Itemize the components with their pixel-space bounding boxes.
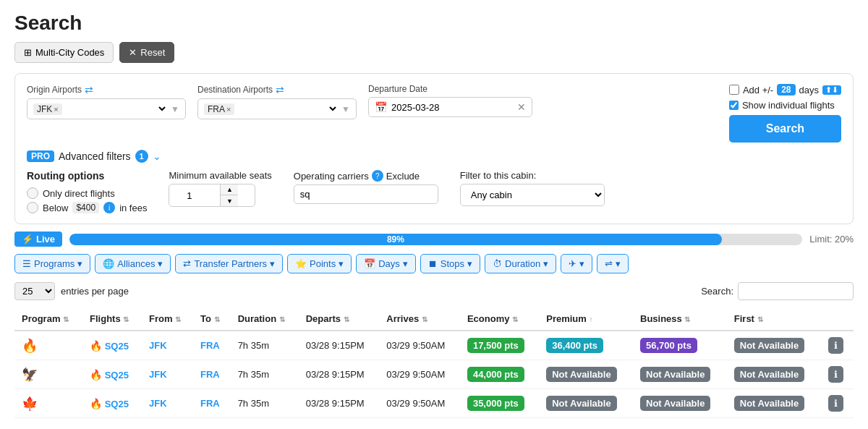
programs-label: Programs (34, 258, 75, 269)
info-button[interactable]: ℹ (828, 337, 843, 354)
flights-filter-button[interactable]: ✈ ▾ (561, 254, 592, 273)
cell-departs: 03/28 9:15PM (299, 389, 380, 418)
stepper-down-button[interactable]: ▼ (221, 195, 238, 206)
per-page-select[interactable]: 25 50 100 (14, 282, 55, 300)
cell-economy[interactable]: 35,000 pts (460, 389, 539, 418)
cell-economy[interactable]: 44,000 pts (460, 360, 539, 389)
show-individual-checkbox[interactable] (729, 101, 739, 110)
grid-icon: ⊞ (24, 47, 32, 58)
origin-label: Origin Airports ⇄ (27, 84, 186, 95)
add-days-checkbox[interactable] (729, 85, 739, 95)
table-search-group: Search: (701, 282, 854, 300)
op-carriers-label: Operating carriers ? Exclude (294, 170, 438, 182)
transfer-chevron-icon: ▾ (270, 258, 275, 269)
origin-input[interactable]: JFK × ▼ (27, 98, 186, 119)
transfer-partners-filter-button[interactable]: ⇄ Transfer Partners ▾ (175, 254, 283, 273)
arrows-icon: ⇌ (605, 258, 613, 269)
col-from[interactable]: From ⇅ (142, 307, 193, 331)
cell-business[interactable]: 56,700 pts (633, 331, 727, 360)
cell-premium[interactable]: 36,400 pts (539, 331, 633, 360)
below-fee-radio[interactable] (27, 202, 38, 213)
departure-date-input[interactable]: 📅 ✕ (368, 97, 532, 117)
op-carriers-help-icon[interactable]: ? (372, 170, 383, 182)
op-carriers-input[interactable] (294, 184, 438, 204)
alliances-filter-button[interactable]: 🌐 Alliances ▾ (95, 254, 171, 273)
destination-label: Destination Airports ⇄ (197, 84, 357, 95)
col-premium[interactable]: Premium ↑ (539, 307, 633, 331)
fee-info-icon[interactable]: i (103, 202, 115, 213)
col-flights[interactable]: Flights ⇅ (82, 307, 142, 331)
origin-chevron-icon: ▼ (171, 104, 179, 114)
date-clear-icon[interactable]: ✕ (517, 101, 526, 113)
date-text-input[interactable] (391, 102, 513, 113)
destination-select[interactable] (237, 103, 339, 115)
origin-tag-remove[interactable]: × (54, 105, 58, 114)
stops-filter-button[interactable]: ⏹ Stops ▾ (420, 254, 480, 273)
add-days-value: 28 (777, 84, 795, 95)
col-program[interactable]: Program ⇅ (14, 307, 82, 331)
advanced-filters-chevron-icon[interactable]: ⌄ (153, 150, 161, 162)
advanced-filters-toggle: PRO Advanced filters 1 ⌄ (27, 150, 841, 163)
swap-origin-icon[interactable]: ⇄ (85, 84, 93, 95)
cell-program-icon: 🍁 (14, 389, 82, 418)
cell-first[interactable]: Not Available (727, 360, 821, 389)
cell-info[interactable]: ℹ (821, 389, 854, 418)
filter-buttons-row: ☰ Programs ▾ 🌐 Alliances ▾ ⇄ Transfer Pa… (14, 254, 854, 273)
fee-suffix: in fees (119, 203, 147, 213)
programs-icon: ☰ (22, 258, 31, 269)
toolbar: ⊞ Multi-City Codes ✕ Reset (14, 42, 854, 63)
transfer-icon: ⇄ (183, 258, 191, 269)
col-first[interactable]: First ⇅ (727, 307, 821, 331)
cell-business[interactable]: Not Available (633, 389, 727, 418)
lightning-icon: ⚡ (22, 234, 33, 245)
cell-from: JFK (142, 360, 193, 389)
stops-label: Stops (441, 258, 464, 269)
days-label: days (799, 85, 819, 95)
info-button[interactable]: ℹ (828, 395, 843, 412)
col-arrives[interactable]: Arrives ⇅ (379, 307, 460, 331)
multi-city-button[interactable]: ⊞ Multi-City Codes (14, 42, 114, 63)
cell-arrives: 03/29 9:50AM (379, 360, 460, 389)
transfer-partners-label: Transfer Partners (194, 258, 267, 269)
info-button[interactable]: ℹ (828, 366, 843, 383)
extra-filter-button[interactable]: ⇌ ▾ (597, 254, 629, 273)
table-search-input[interactable] (738, 282, 854, 300)
programs-filter-button[interactable]: ☰ Programs ▾ (14, 254, 90, 273)
destination-tag-remove[interactable]: × (226, 105, 231, 114)
cell-business[interactable]: Not Available (633, 360, 727, 389)
cell-departs: 03/28 9:15PM (299, 360, 380, 389)
origin-select[interactable] (65, 103, 168, 115)
advanced-filters-label[interactable]: Advanced filters (59, 150, 131, 162)
swap-dest-icon[interactable]: ⇄ (276, 84, 284, 95)
cell-premium[interactable]: Not Available (539, 389, 633, 418)
col-business[interactable]: Business ⇅ (633, 307, 727, 331)
right-controls: Add +/- 28 days ⬆⬇ Show individual fligh… (729, 84, 841, 143)
min-seats-stepper[interactable]: ▲ ▼ (169, 184, 255, 207)
days-stepper-icon[interactable]: ⬆⬇ (822, 85, 841, 95)
min-seats-input[interactable] (169, 187, 220, 205)
col-economy[interactable]: Economy ⇅ (460, 307, 539, 331)
cell-info[interactable]: ℹ (821, 331, 854, 360)
col-duration[interactable]: Duration ⇅ (231, 307, 299, 331)
search-button[interactable]: Search (729, 115, 841, 143)
direct-flights-radio[interactable] (27, 187, 38, 199)
cell-first[interactable]: Not Available (727, 331, 821, 360)
points-filter-button[interactable]: ⭐ Points ▾ (287, 254, 352, 273)
col-to[interactable]: To ⇅ (193, 307, 231, 331)
page-title: Search (14, 12, 854, 35)
days-chevron-icon: ▾ (403, 258, 408, 269)
days-filter-button[interactable]: 📅 Days ▾ (356, 254, 416, 273)
cell-first[interactable]: Not Available (727, 389, 821, 418)
cell-economy[interactable]: 17,500 pts (460, 331, 539, 360)
cell-info[interactable]: ℹ (821, 360, 854, 389)
stepper-up-button[interactable]: ▲ (221, 184, 238, 195)
duration-filter-button[interactable]: ⏱ Duration ▾ (485, 254, 556, 273)
cabin-select[interactable]: Any cabin (460, 184, 605, 206)
origin-field-group: Origin Airports ⇄ JFK × ▼ (27, 84, 186, 119)
reset-button[interactable]: ✕ Reset (119, 42, 174, 63)
cell-premium[interactable]: Not Available (539, 360, 633, 389)
col-departs[interactable]: Departs ⇅ (299, 307, 380, 331)
alliances-chevron-icon: ▾ (158, 258, 163, 269)
destination-input[interactable]: FRA × ▼ (197, 98, 357, 119)
cell-from: JFK (142, 389, 193, 418)
